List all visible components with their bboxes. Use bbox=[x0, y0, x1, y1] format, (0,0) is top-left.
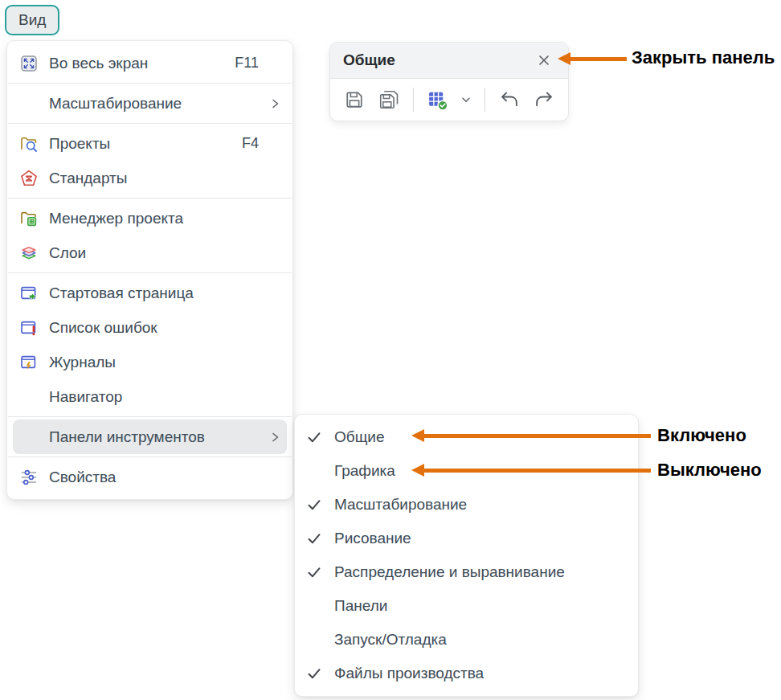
menu-item-label: Слои bbox=[49, 244, 249, 262]
menu-item-label: Свойства bbox=[49, 469, 249, 486]
submenu-item[interactable]: Масштабирование bbox=[295, 488, 638, 522]
menu-item[interactable]: Навигатор bbox=[7, 379, 292, 414]
chevron-down-icon bbox=[460, 93, 472, 106]
menu-item-label: Менеджер проекта bbox=[49, 210, 249, 227]
arrow-head-icon bbox=[558, 52, 570, 65]
standards-icon bbox=[19, 169, 39, 188]
arrow-head-icon bbox=[411, 464, 424, 477]
check-icon bbox=[306, 429, 322, 445]
menu-item-label: Во весь экран bbox=[49, 55, 225, 72]
menu-item-label: Масштабирование bbox=[49, 95, 249, 113]
disabled-annotation-label: Выключено bbox=[657, 460, 762, 481]
enabled-annotation-label: Включено bbox=[657, 425, 746, 446]
close-icon bbox=[536, 52, 552, 68]
menu-item[interactable]: Во весь экран F11 bbox=[7, 46, 292, 80]
menu-item[interactable]: Журналы bbox=[7, 345, 292, 379]
menu-item[interactable]: Масштабирование bbox=[7, 86, 292, 121]
panel-header: Общие bbox=[330, 43, 568, 79]
menu-separator bbox=[8, 198, 292, 199]
check-icon bbox=[306, 665, 322, 682]
start-page-icon bbox=[19, 284, 39, 303]
redo-icon bbox=[533, 88, 555, 111]
table-check-icon bbox=[427, 89, 448, 111]
check-icon bbox=[306, 564, 322, 580]
arrow-head-icon bbox=[411, 429, 424, 442]
check-icon bbox=[306, 497, 322, 513]
save-all-icon bbox=[378, 88, 400, 111]
chevron-right-icon bbox=[268, 97, 281, 110]
dropdown-button[interactable] bbox=[457, 84, 476, 115]
save-button[interactable] bbox=[340, 84, 370, 115]
enabled-annotation-arrow bbox=[411, 429, 651, 442]
undo-icon bbox=[498, 88, 521, 111]
chevron-right-icon bbox=[268, 431, 281, 444]
view-menu-button[interactable]: Вид bbox=[5, 5, 59, 35]
submenu-item-label: Рисование bbox=[334, 530, 628, 547]
general-toolbar-panel: Общие bbox=[329, 42, 569, 121]
close-panel-annotation-label: Закрыть панель bbox=[632, 47, 775, 68]
menu-item[interactable]: Слои bbox=[7, 235, 292, 270]
submenu-item-label: Запуск/Отладка bbox=[334, 631, 628, 649]
panel-title: Общие bbox=[343, 51, 395, 69]
menu-item[interactable]: Проекты F4 bbox=[7, 126, 292, 161]
submenu-item[interactable]: Панели bbox=[295, 589, 638, 623]
menu-item[interactable]: Панели инструментов bbox=[13, 420, 287, 454]
layers-icon bbox=[19, 244, 39, 263]
submenu-item[interactable]: Файлы производства bbox=[295, 657, 638, 690]
menu-item-label: Журналы bbox=[49, 354, 249, 371]
menu-item-label: Проекты bbox=[49, 135, 232, 153]
menu-item-label: Стартовая страница bbox=[49, 285, 249, 302]
project-manager-icon bbox=[19, 209, 39, 228]
fullscreen-icon bbox=[19, 54, 39, 73]
disabled-annotation-arrow bbox=[411, 464, 651, 477]
menu-item[interactable]: Свойства bbox=[7, 460, 292, 494]
save-all-button[interactable] bbox=[374, 84, 404, 115]
check-icon bbox=[306, 530, 322, 546]
menu-item-label: Навигатор bbox=[49, 388, 249, 406]
menu-item[interactable]: Стартовая страница bbox=[7, 276, 292, 310]
submenu-item-label: Масштабирование bbox=[334, 496, 628, 514]
menu-item[interactable]: Менеджер проекта bbox=[7, 201, 292, 235]
menu-item-label: Стандарты bbox=[49, 170, 249, 187]
panel-toolbar bbox=[330, 79, 568, 121]
submenu-item[interactable]: Запуск/Отладка bbox=[295, 623, 638, 657]
menu-separator bbox=[8, 456, 292, 457]
menu-item-label: Список ошибок bbox=[49, 319, 249, 337]
properties-icon bbox=[19, 468, 39, 487]
menu-separator bbox=[8, 416, 292, 417]
close-panel-button[interactable] bbox=[533, 49, 555, 72]
menu-item-label: Панели инструментов bbox=[49, 428, 249, 446]
submenu-item-label: Распределение и выравнивание bbox=[334, 563, 628, 581]
menu-item[interactable]: Список ошибок bbox=[7, 310, 292, 345]
submenu-item-label: Панели bbox=[334, 597, 628, 615]
toolbar-divider bbox=[413, 88, 414, 112]
projects-icon bbox=[19, 134, 39, 154]
redo-button[interactable] bbox=[529, 84, 558, 115]
journals-icon bbox=[19, 353, 39, 372]
menu-separator bbox=[8, 123, 292, 124]
menu-item[interactable]: Стандарты bbox=[7, 161, 292, 195]
undo-button[interactable] bbox=[494, 84, 524, 115]
menu-separator bbox=[8, 272, 292, 273]
menu-item-shortcut: F4 bbox=[242, 135, 259, 152]
submenu-item-label: Файлы производства bbox=[334, 665, 628, 682]
error-list-icon bbox=[19, 318, 39, 338]
submenu-item[interactable]: Рисование bbox=[295, 522, 638, 555]
toolbar-divider bbox=[485, 88, 485, 112]
view-dropdown-menu: Во весь экран F11 Масштабирование Проект… bbox=[6, 40, 293, 500]
menu-separator bbox=[8, 83, 292, 84]
toolbars-submenu: Общие Графика Масштабирование Рисование … bbox=[294, 414, 639, 697]
save-icon bbox=[343, 88, 366, 111]
close-panel-annotation-arrow bbox=[558, 52, 627, 65]
table-settings-button[interactable] bbox=[423, 84, 452, 115]
menu-item-shortcut: F11 bbox=[235, 55, 259, 72]
submenu-item[interactable]: Распределение и выравнивание bbox=[295, 555, 638, 589]
